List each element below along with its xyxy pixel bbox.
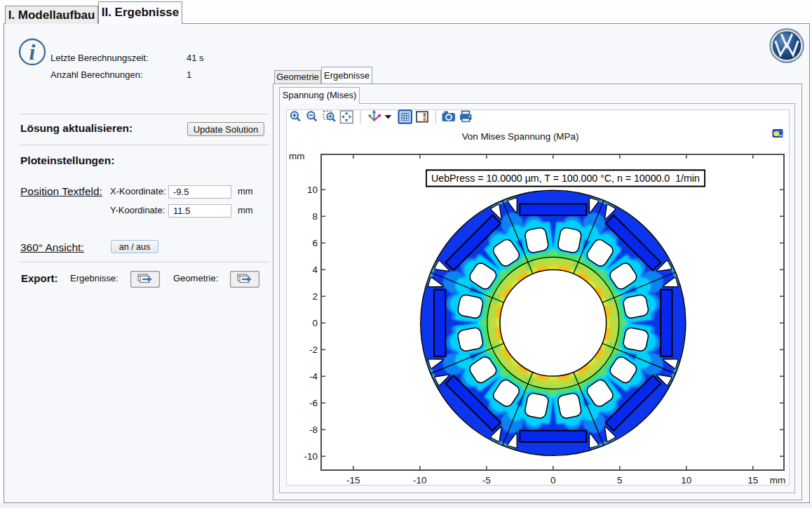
- svg-text:-15: -15: [346, 475, 360, 486]
- svg-text:10: 10: [681, 475, 691, 486]
- svg-text:-4: -4: [309, 371, 318, 382]
- svg-text:-10: -10: [304, 451, 318, 462]
- svg-text:i: i: [29, 39, 36, 65]
- svg-text:UebPress = 10.0000 µm, T = 100: UebPress = 10.0000 µm, T = 100.000 °C, n…: [431, 173, 700, 184]
- svg-text:-6: -6: [309, 398, 318, 408]
- svg-text:15: 15: [747, 475, 758, 486]
- svg-text:Von Mises Spannung (MPa): Von Mises Spannung (MPa): [462, 131, 579, 142]
- svg-text:4: 4: [312, 265, 318, 275]
- svg-text:mm: mm: [289, 151, 305, 161]
- svg-text:2: 2: [312, 291, 318, 302]
- svg-text:6: 6: [312, 238, 318, 248]
- svg-text:-2: -2: [309, 345, 318, 355]
- svg-text:0: 0: [550, 475, 556, 486]
- svg-text:-10: -10: [413, 475, 427, 486]
- svg-text:-5: -5: [482, 475, 491, 486]
- svg-text:10: 10: [307, 185, 318, 195]
- svg-text:5: 5: [617, 475, 623, 486]
- svg-text:8: 8: [312, 211, 318, 222]
- svg-text:mm: mm: [770, 475, 786, 486]
- svg-text:0: 0: [312, 318, 318, 328]
- svg-text:-8: -8: [309, 425, 318, 435]
